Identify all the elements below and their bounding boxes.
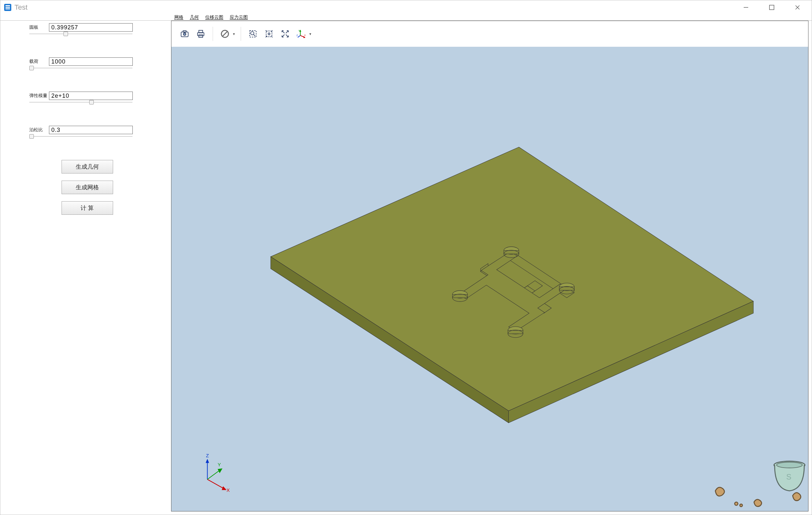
viewport-toolbar: ▼: [171, 21, 808, 47]
axis-icon: Y X Z: [296, 29, 306, 39]
viewport-panel: ▼: [171, 21, 808, 511]
svg-rect-47: [508, 330, 523, 334]
svg-line-19: [254, 34, 255, 36]
clear-icon: [220, 29, 230, 39]
generate-geometry-button[interactable]: 生成几何: [62, 160, 113, 173]
param-label: 弹性模量: [29, 93, 48, 99]
print-button[interactable]: [194, 27, 207, 40]
svg-rect-9: [183, 31, 186, 32]
svg-marker-56: [218, 468, 222, 473]
reset-view-button[interactable]: [279, 27, 292, 40]
calculate-button[interactable]: 计 算: [62, 201, 113, 215]
maximize-button[interactable]: [766, 2, 777, 12]
param-label: 载荷: [29, 59, 48, 64]
svg-text:Z: Z: [296, 34, 298, 36]
svg-rect-44: [453, 294, 468, 298]
app-icon: [4, 3, 12, 11]
menu-item-displacement[interactable]: 位移云图: [205, 15, 223, 20]
svg-rect-41: [559, 287, 575, 290]
param-label: 圆板: [29, 25, 48, 30]
param-row-load: 载荷: [29, 57, 145, 69]
toolbar-separator: [241, 27, 241, 41]
viewport-wrap: ▼: [171, 21, 812, 515]
menu-item-geometry[interactable]: 几何: [190, 15, 199, 20]
svg-rect-38: [504, 250, 519, 254]
canvas-3d[interactable]: Z X Y: [171, 47, 808, 511]
generate-mesh-button[interactable]: 生成网格: [62, 181, 113, 194]
minimize-button[interactable]: [741, 2, 751, 12]
app-window: Test 网格 几何 位移云图 应力云图 圆板: [0, 0, 812, 515]
param-input-plate[interactable]: [49, 23, 133, 32]
svg-point-11: [184, 33, 185, 35]
slider-poisson[interactable]: [29, 136, 133, 137]
menu-bar: 网格 几何 位移云图 应力云图: [0, 15, 812, 20]
param-input-load[interactable]: [49, 57, 133, 66]
fit-view-icon: [264, 29, 274, 39]
maximize-icon: [768, 4, 775, 11]
window-controls: [741, 2, 803, 12]
svg-point-18: [251, 32, 254, 35]
svg-point-62: [740, 504, 743, 507]
param-input-poisson[interactable]: [49, 126, 133, 134]
svg-rect-2: [5, 7, 10, 8]
model-render: Z X Y: [171, 47, 808, 511]
select-box-icon: [248, 29, 258, 39]
svg-marker-50: [206, 459, 209, 463]
toolbar-separator: [213, 27, 213, 41]
axis-dropdown[interactable]: Y X Z ▼: [294, 27, 312, 40]
svg-line-16: [222, 31, 228, 36]
svg-text:S: S: [786, 472, 791, 481]
slider-plate[interactable]: [29, 33, 133, 34]
svg-text:X: X: [304, 34, 306, 36]
svg-marker-29: [271, 147, 753, 411]
svg-text:Z: Z: [206, 453, 209, 458]
chevron-down-icon: ▼: [232, 32, 236, 36]
svg-rect-1: [5, 5, 10, 6]
camera-button[interactable]: [178, 27, 192, 40]
svg-line-55: [207, 470, 221, 480]
svg-line-52: [207, 479, 225, 489]
svg-rect-3: [5, 8, 10, 9]
menu-item-stress[interactable]: 应力云图: [230, 15, 248, 20]
svg-line-27: [298, 35, 300, 37]
menu-item-mesh[interactable]: 网格: [174, 15, 183, 20]
reset-view-icon: [280, 29, 290, 39]
close-button[interactable]: [792, 2, 803, 12]
window-title: Test: [14, 3, 741, 11]
svg-text:Y: Y: [298, 30, 300, 32]
title-bar: Test: [0, 0, 812, 15]
print-icon: [196, 29, 206, 39]
minimize-icon: [743, 4, 749, 11]
fit-view-button[interactable]: [262, 27, 276, 40]
param-row-poisson: 泊松比: [29, 126, 145, 137]
sidebar: 圆板 载荷 弹性模量: [0, 21, 171, 515]
param-row-plate: 圆板: [29, 23, 145, 34]
svg-rect-5: [770, 5, 774, 10]
svg-text:Y: Y: [218, 462, 221, 467]
clear-dropdown[interactable]: ▼: [218, 27, 236, 40]
param-row-modulus: 弹性模量: [29, 91, 145, 103]
camera-icon: [180, 29, 190, 39]
slider-load[interactable]: [29, 68, 133, 69]
svg-point-61: [735, 502, 738, 505]
select-box-button[interactable]: [246, 27, 260, 40]
desktop-decor: S: [706, 460, 809, 512]
chevron-down-icon: ▼: [309, 32, 312, 36]
main-area: 圆板 载荷 弹性模量: [0, 20, 812, 515]
close-icon: [794, 4, 801, 11]
slider-modulus[interactable]: [29, 102, 133, 103]
action-buttons: 生成几何 生成网格 计 算: [29, 160, 145, 215]
svg-point-59: [777, 462, 802, 468]
param-input-modulus[interactable]: [49, 91, 133, 100]
svg-text:X: X: [227, 488, 230, 493]
svg-marker-53: [222, 486, 227, 490]
param-label: 泊松比: [29, 127, 48, 133]
